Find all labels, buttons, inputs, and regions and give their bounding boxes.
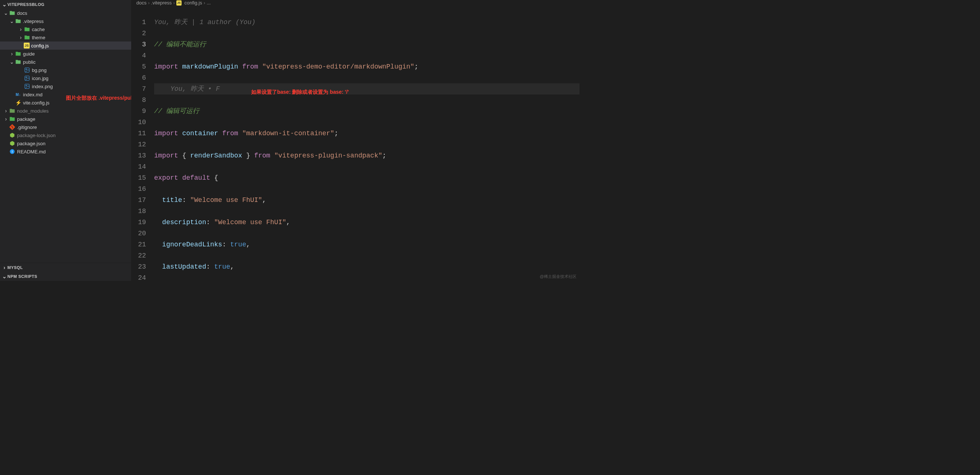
file-icon-jpg[interactable]: › icon.jpg [0, 74, 131, 82]
folder-icon [15, 50, 21, 57]
panel-label: NPM SCRIPTS [7, 274, 37, 279]
file-package-json[interactable]: › package.json [0, 139, 131, 148]
js-icon: JS [177, 0, 181, 6]
tree-label: node_modules [17, 108, 49, 114]
svg-point-3 [26, 77, 27, 78]
folder-theme[interactable]: › theme [0, 33, 131, 41]
tree-label: README.md [17, 149, 46, 154]
file-tree: ⌄ docs ⌄ .vitepress › cache › theme › JS… [0, 9, 131, 263]
folder-vitepress[interactable]: ⌄ .vitepress [0, 17, 131, 25]
chevron-right-icon: › [18, 35, 24, 40]
tree-label: theme [32, 35, 45, 40]
file-index-png[interactable]: › index.png [0, 82, 131, 91]
breadcrumb[interactable]: docs › .vitepress › JS config.js › ... [131, 0, 579, 6]
code-content[interactable]: You, 昨天 | 1 author (You) // 编辑不能运行 impor… [154, 6, 579, 281]
editor-pane: docs › .vitepress › JS config.js › ... 1… [131, 0, 579, 281]
project-header[interactable]: ⌄ VITEPRESSBLOG [0, 0, 131, 9]
git-blame-header: You, 昨天 | 1 author (You) [154, 17, 579, 28]
tree-label: config.js [31, 43, 49, 49]
nodejs-icon [9, 132, 16, 138]
chevron-right-icon: › [204, 0, 205, 6]
chevron-down-icon: ⌄ [9, 59, 15, 65]
folder-icon [24, 26, 30, 33]
vite-icon: ⚡ [15, 99, 21, 106]
tree-label: docs [17, 10, 27, 16]
annotation-base: 如果设置了base: 删除或者设置为 base: '/' [251, 89, 348, 95]
git-blame-inline: You, 昨天 • F [154, 83, 579, 94]
tree-label: .gitignore [17, 124, 37, 130]
tree-label: index.png [32, 84, 52, 89]
file-gitignore[interactable]: › .gitignore [0, 123, 131, 131]
tree-label: package [17, 116, 35, 122]
breadcrumb-seg[interactable]: ... [207, 0, 211, 6]
folder-guide[interactable]: › guide [0, 50, 131, 58]
folder-docs[interactable]: ⌄ docs [0, 9, 131, 17]
chevron-down-icon: ⌄ [9, 18, 15, 24]
markdown-icon: M↓ [15, 91, 21, 98]
chevron-right-icon: › [9, 51, 15, 57]
bottom-panels: › MYSQL ⌄ NPM SCRIPTS [0, 263, 131, 281]
folder-icon [9, 10, 16, 16]
chevron-right-icon: › [148, 0, 149, 6]
js-icon: JS [24, 43, 30, 49]
folder-icon [9, 116, 16, 122]
info-icon: i [9, 148, 16, 155]
chevron-right-icon: › [18, 26, 24, 32]
project-name: VITEPRESSBLOG [7, 2, 45, 7]
tree-label: vite.config.js [23, 100, 50, 106]
tree-label: package-lock.json [17, 133, 56, 138]
folder-icon [9, 108, 16, 114]
image-icon [24, 67, 30, 73]
tree-label: .vitepress [23, 19, 44, 24]
breadcrumb-seg[interactable]: .vitepress [151, 0, 172, 6]
panel-mysql[interactable]: › MYSQL [0, 263, 131, 272]
tree-label: guide [23, 51, 35, 57]
tree-label: index.md [23, 92, 43, 97]
folder-icon [15, 18, 21, 24]
tree-label: cache [32, 27, 45, 32]
file-config-js[interactable]: › JS config.js [0, 41, 131, 50]
folder-cache[interactable]: › cache [0, 25, 131, 33]
nodejs-icon [9, 140, 16, 147]
code-area[interactable]: 123456789101112131415161718192021222324 … [131, 6, 579, 281]
folder-icon [15, 59, 21, 65]
image-icon [24, 75, 30, 81]
panel-npm-scripts[interactable]: ⌄ NPM SCRIPTS [0, 272, 131, 281]
chevron-right-icon: › [3, 108, 9, 114]
tree-label: bg.png [32, 67, 47, 73]
chevron-right-icon: › [173, 0, 175, 6]
file-bg-png[interactable]: › bg.png [0, 66, 131, 74]
chevron-right-icon: › [3, 116, 9, 122]
explorer-sidebar: ⌄ VITEPRESSBLOG ⌄ docs ⌄ .vitepress › ca… [0, 0, 131, 281]
image-icon [24, 83, 30, 90]
tree-label: public [23, 59, 35, 65]
file-package-lock[interactable]: › package-lock.json [0, 131, 131, 139]
panel-label: MYSQL [7, 265, 23, 270]
git-icon [9, 124, 16, 130]
chevron-down-icon: ⌄ [2, 273, 7, 280]
file-readme[interactable]: › i README.md [0, 148, 131, 156]
chevron-down-icon: ⌄ [2, 2, 7, 7]
chevron-right-icon: › [2, 265, 7, 270]
svg-text:i: i [12, 150, 13, 153]
svg-point-5 [26, 85, 27, 86]
folder-public[interactable]: ⌄ public [0, 58, 131, 66]
tree-label: package.json [17, 141, 46, 146]
svg-point-1 [26, 69, 27, 70]
folder-package[interactable]: › package [0, 115, 131, 123]
watermark: @稀土掘金技术社区 [540, 274, 576, 280]
breadcrumb-seg[interactable]: config.js [185, 0, 202, 6]
folder-icon [24, 34, 30, 41]
breadcrumb-seg[interactable]: docs [136, 0, 146, 6]
folder-node-modules[interactable]: › node_modules [0, 107, 131, 115]
tree-label: icon.jpg [32, 76, 49, 81]
chevron-down-icon: ⌄ [3, 10, 9, 16]
line-gutter: 123456789101112131415161718192021222324 [131, 6, 154, 281]
